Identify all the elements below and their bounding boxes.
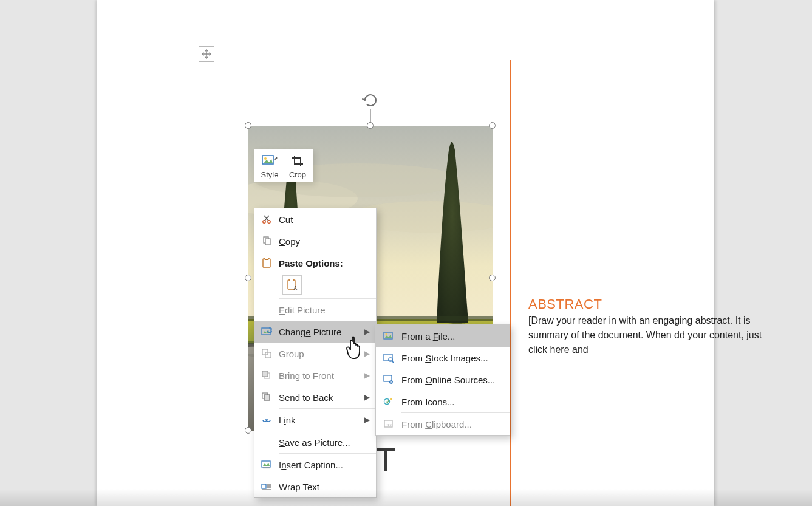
menu-bring-to-front: Bring to Front ▶ (254, 364, 376, 386)
submenu-from-icons-label: From Icons... (401, 397, 502, 407)
svg-point-8 (264, 157, 267, 160)
change-picture-icon (254, 327, 279, 337)
style-button[interactable]: Style (256, 153, 284, 179)
picture-style-icon (256, 153, 284, 169)
vertical-divider (510, 60, 511, 506)
rotation-handle[interactable] (362, 92, 379, 109)
from-stock-icon (376, 353, 401, 363)
picture-context-menu: Cut Copy Paste Options: (254, 208, 377, 498)
resize-handle-nw[interactable] (245, 122, 251, 129)
menu-change-picture-label: Change Picture (279, 327, 361, 337)
svg-rect-26 (263, 468, 270, 469)
svg-rect-16 (290, 279, 293, 281)
menu-send-to-back-label: Send to Back (279, 392, 361, 403)
submenu-from-file[interactable]: From a File... (376, 325, 510, 347)
svg-rect-24 (264, 395, 270, 400)
svg-rect-13 (263, 259, 270, 267)
menu-wrap-text[interactable]: Wrap Text (254, 476, 376, 497)
submenu-from-file-label: From a File... (401, 331, 502, 341)
svg-rect-18 (262, 328, 270, 335)
menu-change-picture[interactable]: Change Picture ▶ (254, 321, 376, 343)
from-online-icon (376, 375, 401, 385)
submenu-from-clipboard: JPG From Clipboard... (376, 413, 510, 435)
menu-insert-caption[interactable]: Insert Caption... (254, 454, 376, 476)
svg-point-9 (263, 221, 265, 223)
menu-group: Group ▶ (254, 343, 376, 364)
group-icon (254, 349, 279, 358)
menu-insert-caption-label: Insert Caption... (279, 460, 370, 470)
paste-keep-source-icon: A (287, 279, 298, 291)
submenu-arrow-icon: ▶ (361, 371, 370, 380)
menu-copy-label: Copy (279, 236, 370, 247)
app-background: ABSTRACT [Draw your reader in with an en… (0, 0, 812, 506)
resize-handle-ne[interactable] (489, 122, 496, 129)
menu-cut[interactable]: Cut (254, 208, 376, 230)
svg-rect-28 (384, 332, 392, 339)
submenu-from-stock-label: From Stock Images... (401, 353, 502, 363)
paste-icon (254, 258, 279, 268)
from-file-icon (376, 331, 401, 341)
submenu-arrow-icon: ▶ (361, 349, 370, 358)
svg-rect-14 (265, 258, 268, 260)
wrap-text-icon (254, 482, 279, 491)
resize-handle-e[interactable] (489, 275, 496, 281)
from-clipboard-icon: JPG (376, 419, 401, 429)
submenu-from-icons[interactable]: From Icons... (376, 391, 510, 412)
submenu-from-clipboard-label: From Clipboard... (401, 419, 502, 429)
resize-handle-n[interactable] (367, 122, 374, 129)
svg-rect-25 (262, 461, 270, 467)
resize-handle-sw[interactable] (245, 427, 251, 434)
submenu-from-online[interactable]: From Online Sources... (376, 369, 510, 391)
menu-send-to-back[interactable]: Send to Back ▶ (254, 386, 376, 408)
menu-save-as-picture-label: Save as Picture... (279, 437, 370, 448)
menu-paste-options-header: Paste Options: (254, 252, 376, 274)
svg-text:JPG: JPG (386, 423, 393, 427)
picture-mini-toolbar: Style Crop (254, 149, 313, 182)
style-label: Style (256, 170, 284, 179)
svg-point-29 (386, 333, 387, 335)
copy-icon (254, 236, 279, 246)
cut-icon (254, 214, 279, 224)
crop-button[interactable]: Crop (284, 153, 312, 179)
svg-rect-12 (265, 239, 270, 245)
submenu-from-stock[interactable]: From Stock Images... (376, 347, 510, 369)
from-icons-icon (376, 397, 401, 406)
paste-keep-source-button[interactable]: A (282, 275, 302, 295)
menu-paste-options-label: Paste Options: (279, 258, 370, 268)
submenu-arrow-icon: ▶ (361, 327, 370, 336)
submenu-arrow-icon: ▶ (361, 415, 370, 424)
bring-to-front-icon (254, 371, 279, 380)
svg-rect-22 (262, 371, 268, 377)
abstract-body[interactable]: [Draw your reader in with an engaging ab… (528, 313, 771, 357)
menu-edit-picture-label: Edit Picture (279, 305, 370, 315)
svg-text:A: A (293, 285, 298, 291)
svg-rect-27 (262, 484, 266, 488)
menu-copy[interactable]: Copy (254, 230, 376, 252)
resize-handle-w[interactable] (245, 275, 251, 281)
menu-save-as-picture[interactable]: Save as Picture... (254, 431, 376, 453)
menu-link[interactable]: Link ▶ (254, 409, 376, 431)
svg-point-35 (390, 398, 392, 400)
send-to-back-icon (254, 392, 279, 402)
move-handle-icon[interactable] (199, 46, 214, 62)
menu-wrap-text-label: Wrap Text (279, 482, 370, 492)
caption-icon (254, 460, 279, 469)
menu-bring-to-front-label: Bring to Front (279, 371, 361, 381)
crop-label: Crop (284, 170, 312, 179)
menu-edit-picture: Edit Picture (254, 299, 376, 321)
submenu-arrow-icon: ▶ (361, 393, 370, 402)
svg-point-10 (268, 221, 270, 223)
crop-icon (284, 153, 312, 169)
submenu-from-online-label: From Online Sources... (401, 375, 502, 385)
abstract-heading: ABSTRACT (528, 296, 602, 312)
menu-link-label: Link (279, 415, 361, 425)
link-icon (254, 416, 279, 423)
menu-cut-label: Cut (279, 214, 370, 225)
change-picture-submenu: From a File... From Stock Images... Fr (375, 324, 510, 436)
menu-group-label: Group (279, 349, 361, 359)
